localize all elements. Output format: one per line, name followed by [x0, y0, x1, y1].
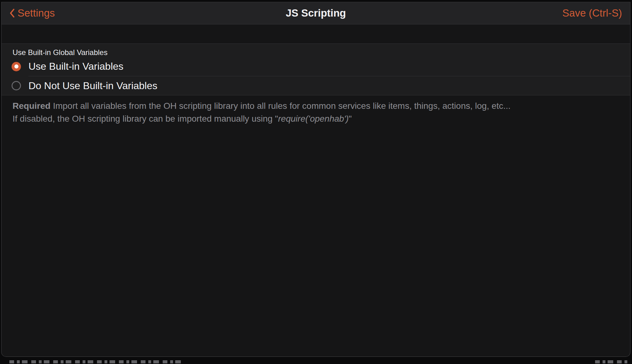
description-line-1: Required Import all variables from the O… [13, 99, 619, 112]
clipped-text-remnant-right [595, 360, 629, 363]
page-gap [2, 24, 630, 43]
navbar: Settings JS Scripting Save (Ctrl-S) [2, 2, 630, 24]
radio-unselected-icon [12, 81, 21, 90]
radio-option-use-builtin[interactable]: Use Built-in Variables [2, 57, 630, 76]
setting-description: Required Import all variables from the O… [2, 95, 630, 125]
radio-selected-icon [12, 62, 21, 71]
save-button[interactable]: Save (Ctrl-S) [562, 7, 622, 19]
page-title: JS Scripting [2, 7, 630, 19]
clipped-text-remnant-left [9, 360, 185, 363]
settings-list: Use Built-in Global Variables Use Built-… [2, 43, 630, 95]
description-line-2: If disabled, the OH scripting library ca… [13, 112, 619, 125]
radio-option-label: Use Built-in Variables [28, 61, 124, 72]
back-button[interactable]: Settings [10, 7, 55, 19]
back-button-label: Settings [18, 7, 55, 19]
setting-group-label: Use Built-in Global Variables [2, 44, 630, 57]
radio-option-no-builtin[interactable]: Do Not Use Built-in Variables [2, 76, 630, 95]
chevron-left-icon [10, 8, 15, 18]
app-window: Settings JS Scripting Save (Ctrl-S) Use … [1, 2, 630, 357]
radio-option-label: Do Not Use Built-in Variables [28, 80, 157, 92]
